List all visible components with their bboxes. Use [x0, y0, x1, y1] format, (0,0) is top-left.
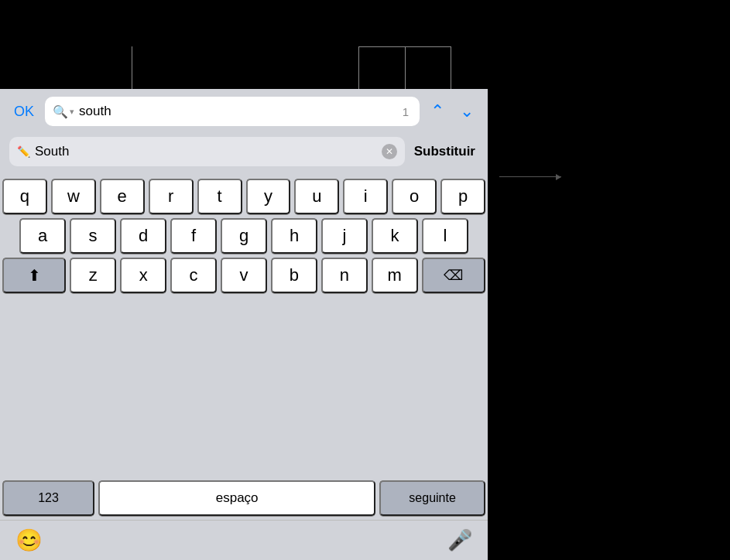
- search-field[interactable]: 🔍 ▾ south 1: [45, 97, 420, 126]
- key-p[interactable]: p: [440, 179, 485, 214]
- key-i[interactable]: i: [343, 179, 388, 214]
- key-h[interactable]: h: [271, 218, 317, 254]
- keyboard-panel: OK 🔍 ▾ south 1 ⌃ ⌄ ✏️ South ✕ Substituir…: [0, 89, 488, 560]
- key-k[interactable]: k: [372, 218, 418, 254]
- key-r[interactable]: r: [149, 179, 194, 214]
- key-q[interactable]: q: [2, 179, 47, 214]
- replace-input-text: South: [35, 144, 377, 159]
- search-input-text: south: [79, 104, 398, 119]
- num-key[interactable]: 123: [2, 480, 94, 516]
- next-key[interactable]: seguinte: [379, 480, 485, 516]
- emoji-icon: 😊: [15, 528, 43, 552]
- nav-down-button[interactable]: ⌄: [455, 100, 478, 123]
- key-c[interactable]: c: [170, 258, 217, 293]
- ok-button[interactable]: OK: [9, 101, 39, 123]
- chevron-up-icon: ⌃: [430, 103, 444, 120]
- key-f[interactable]: f: [170, 218, 217, 254]
- search-icon-wrap: 🔍 ▾: [53, 104, 74, 119]
- key-l[interactable]: l: [422, 218, 468, 254]
- annotation-bracket-left: [358, 46, 359, 89]
- space-key[interactable]: espaço: [98, 480, 375, 516]
- key-row-1: q w e r t y u i o p: [2, 179, 485, 214]
- key-row-3: ⬆ z x c v b n m ⌫: [2, 258, 485, 293]
- key-e[interactable]: e: [100, 179, 145, 214]
- key-rows: q w e r t y u i o p a s d f g h j k l ⬆ …: [0, 174, 488, 476]
- key-row-2: a s d f g h j k l: [2, 218, 485, 254]
- annotation-line-left: [132, 46, 132, 89]
- backspace-key[interactable]: ⌫: [422, 258, 485, 293]
- key-t[interactable]: t: [197, 179, 242, 214]
- pencil-icon: ✏️: [17, 145, 30, 158]
- key-u[interactable]: u: [294, 179, 339, 214]
- replace-bar-row: ✏️ South ✕ Substituir: [0, 134, 488, 174]
- key-g[interactable]: g: [221, 218, 267, 254]
- clear-replace-button[interactable]: ✕: [382, 144, 397, 159]
- nav-up-button[interactable]: ⌃: [426, 100, 449, 123]
- chevron-down-icon: ▾: [70, 107, 74, 117]
- key-d[interactable]: d: [120, 218, 166, 254]
- key-m[interactable]: m: [372, 258, 418, 293]
- key-a[interactable]: a: [19, 218, 66, 254]
- key-b[interactable]: b: [271, 258, 317, 293]
- replace-field[interactable]: ✏️ South ✕: [9, 137, 405, 166]
- search-icon: 🔍: [53, 104, 68, 119]
- right-area: [488, 89, 730, 560]
- key-n[interactable]: n: [321, 258, 368, 293]
- search-bar-row: OK 🔍 ▾ south 1 ⌃ ⌄: [0, 89, 488, 134]
- annotation-line-center: [405, 46, 406, 89]
- key-z[interactable]: z: [70, 258, 116, 293]
- substituir-arrow: [499, 176, 561, 177]
- mic-button[interactable]: 🎤: [447, 528, 472, 552]
- chevron-down-icon: ⌄: [460, 103, 474, 120]
- mic-icon: 🎤: [447, 528, 472, 551]
- key-j[interactable]: j: [321, 218, 368, 254]
- key-s[interactable]: s: [70, 218, 116, 254]
- substituir-button[interactable]: Substituir: [411, 141, 478, 162]
- key-w[interactable]: w: [51, 179, 96, 214]
- key-x[interactable]: x: [120, 258, 166, 293]
- shift-key[interactable]: ⬆: [2, 258, 66, 293]
- accessory-bar: 😊 🎤: [0, 520, 488, 560]
- bottom-bar: 123 espaço seguinte: [0, 476, 488, 520]
- search-count: 1: [403, 105, 409, 118]
- key-y[interactable]: y: [246, 179, 291, 214]
- emoji-button[interactable]: 😊: [15, 528, 43, 553]
- key-v[interactable]: v: [221, 258, 267, 293]
- key-o[interactable]: o: [392, 179, 437, 214]
